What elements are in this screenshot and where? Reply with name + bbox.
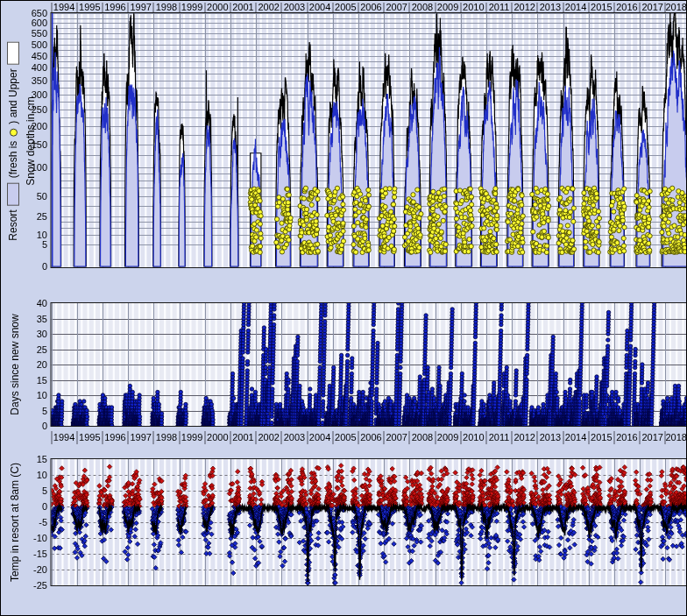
year-label-bottom-2012: 2012 <box>512 432 538 443</box>
year-label-bottom-2010: 2010 <box>460 432 486 443</box>
year-label-top-2007: 2007 <box>384 2 410 12</box>
year-label-bottom-2011: 2011 <box>486 432 513 443</box>
snow-ytick-50: 50 <box>21 192 47 202</box>
days-since-snow-label: Days since new snow <box>10 314 21 414</box>
year-label-bottom-2006: 2006 <box>358 432 385 443</box>
days-axis-title: Days since new snow <box>10 314 21 414</box>
year-label-top-2000: 2000 <box>204 2 230 12</box>
year-label-top-1999: 1999 <box>179 2 205 12</box>
year-label-top-2013: 2013 <box>537 2 563 12</box>
temp-ytick--15: -15 <box>21 549 47 559</box>
snow-ytick-500: 500 <box>21 40 47 50</box>
year-label-top-2003: 2003 <box>281 2 308 12</box>
snow-ytick-350: 350 <box>21 76 47 86</box>
year-label-bottom-2003: 2003 <box>281 432 308 443</box>
year-label-top-1996: 1996 <box>103 2 129 12</box>
resort-swatch <box>7 182 19 205</box>
year-label-bottom-2015: 2015 <box>588 432 614 443</box>
year-label-top-1998: 1998 <box>153 2 180 12</box>
days-ytick-25: 25 <box>21 345 47 355</box>
year-label-bottom-2008: 2008 <box>409 432 436 443</box>
year-label-top-2004: 2004 <box>307 2 333 12</box>
days-ytick-30: 30 <box>21 329 47 339</box>
year-label-bottom-2000: 2000 <box>204 432 230 443</box>
year-label-top-2008: 2008 <box>409 2 436 12</box>
snow-ytick-550: 550 <box>21 29 47 39</box>
year-label-top-2017: 2017 <box>640 2 666 12</box>
temp-ytick-10: 10 <box>21 471 47 480</box>
snow-ytick-5: 5 <box>21 240 47 250</box>
snow-axis-title-upper: ) and Upper <box>8 68 19 124</box>
year-label-top-1994: 1994 <box>51 2 77 12</box>
year-label-bottom-1998: 1998 <box>153 432 180 443</box>
temp-ytick-0: 0 <box>21 502 47 512</box>
year-label-top-1997: 1997 <box>128 2 154 12</box>
year-label-top-2011: 2011 <box>486 2 513 12</box>
days-ytick-20: 20 <box>21 360 47 370</box>
year-label-bottom-2017: 2017 <box>640 432 666 443</box>
year-label-bottom-1999: 1999 <box>179 432 205 443</box>
year-label-top-2002: 2002 <box>256 2 282 12</box>
snow-ytick-250: 250 <box>21 105 47 115</box>
snow-ytick-150: 150 <box>21 140 47 150</box>
year-label-bottom-1995: 1995 <box>76 432 103 443</box>
upper-swatch <box>7 41 19 64</box>
temp-label: Temp in resort at 8am (C) <box>10 463 21 582</box>
snow-ytick-25: 25 <box>21 212 47 222</box>
year-label-bottom-2007: 2007 <box>384 432 410 443</box>
temp-ytick--25: -25 <box>21 581 47 591</box>
days-ytick-10: 10 <box>21 391 47 400</box>
year-label-bottom-2018: 2018 <box>663 432 687 443</box>
chart-canvas <box>1 1 687 616</box>
snow-ytick-600: 600 <box>21 18 47 28</box>
year-label-top-2016: 2016 <box>614 2 641 12</box>
year-label-top-2009: 2009 <box>435 2 461 12</box>
days-ytick-5: 5 <box>21 407 47 416</box>
temp-ytick--20: -20 <box>21 565 47 575</box>
snow-axis-title-resort: Resort <box>8 209 19 240</box>
year-label-top-1995: 1995 <box>76 2 103 12</box>
year-label-top-2006: 2006 <box>358 2 385 12</box>
days-ytick-40: 40 <box>21 299 47 308</box>
year-label-top-2018: 2018 <box>663 2 687 12</box>
temp-ytick--10: -10 <box>21 534 47 543</box>
year-label-top-2014: 2014 <box>563 2 589 12</box>
year-label-bottom-2002: 2002 <box>256 432 282 443</box>
temp-ytick--5: -5 <box>21 518 47 527</box>
snow-ytick-0: 0 <box>21 262 47 272</box>
year-label-top-2005: 2005 <box>332 2 358 12</box>
year-label-top-2012: 2012 <box>512 2 538 12</box>
year-label-bottom-1996: 1996 <box>103 432 129 443</box>
year-label-top-2015: 2015 <box>588 2 614 12</box>
snow-ytick-300: 300 <box>21 90 47 100</box>
days-ytick-35: 35 <box>21 315 47 324</box>
temp-axis-title: Temp in resort at 8am (C) <box>10 463 21 582</box>
year-label-bottom-2013: 2013 <box>537 432 563 443</box>
temp-ytick-5: 5 <box>21 486 47 496</box>
year-label-top-2001: 2001 <box>230 2 257 12</box>
year-label-bottom-2009: 2009 <box>435 432 461 443</box>
fresh-snow-dot-icon <box>10 129 18 137</box>
days-ytick-0: 0 <box>21 421 47 431</box>
snow-history-chart: Resort (fresh is ) and Upper Snow depths… <box>0 0 687 616</box>
snow-ytick-100: 100 <box>21 163 47 173</box>
snow-axis-title-fresh: (fresh is <box>8 141 19 179</box>
year-label-bottom-2016: 2016 <box>614 432 641 443</box>
year-label-bottom-2014: 2014 <box>563 432 589 443</box>
year-label-bottom-2004: 2004 <box>307 432 333 443</box>
year-label-bottom-1997: 1997 <box>128 432 154 443</box>
year-label-bottom-1994: 1994 <box>51 432 77 443</box>
temp-ytick-15: 15 <box>21 455 47 464</box>
year-label-top-2010: 2010 <box>460 2 486 12</box>
year-label-bottom-2001: 2001 <box>230 432 257 443</box>
snow-ytick-400: 400 <box>21 63 47 73</box>
snow-axis-title: Resort (fresh is ) and Upper <box>7 41 19 240</box>
snow-ytick-200: 200 <box>21 122 47 131</box>
year-label-bottom-2005: 2005 <box>332 432 358 443</box>
days-ytick-15: 15 <box>21 376 47 386</box>
snow-ytick-450: 450 <box>21 52 47 61</box>
